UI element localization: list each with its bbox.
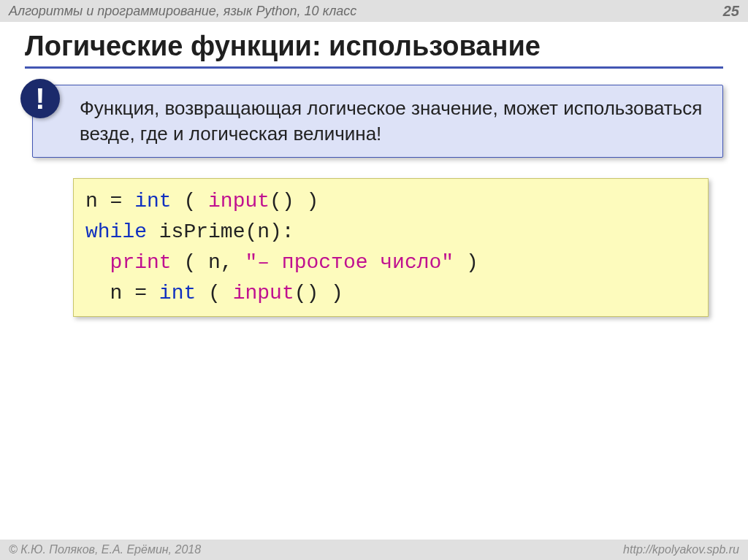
code-text: () ) [294,282,343,304]
code-func-input: input [208,190,270,212]
page-number: 25 [723,3,739,20]
code-func-input: input [233,282,294,304]
slide-title: Логические функции: использование [25,31,723,69]
code-string: "– простое число" [245,251,454,274]
footer-copyright: © К.Ю. Поляков, Е.А. Ерёмин, 2018 [9,543,201,556]
code-keyword-int: int [134,190,171,212]
code-func-print: print [110,251,172,274]
code-indent [85,251,110,274]
code-text: isPrime(n): [147,220,294,243]
footer: © К.Ю. Поляков, Е.А. Ерёмин, 2018 http:/… [0,540,748,560]
code-text: ( n, [172,251,245,274]
footer-url: http://kpolyakov.spb.ru [623,543,739,556]
code-keyword-while: while [85,220,147,243]
callout-text: Функция, возвращающая логическое значени… [32,85,723,158]
top-bar: Алгоритмы и программирование, язык Pytho… [0,0,748,22]
code-text: ) [454,251,478,274]
code-text: n = [85,190,134,212]
code-block: n = int ( input() ) while isPrime(n): pr… [73,178,709,317]
slide: Алгоритмы и программирование, язык Pytho… [0,0,748,560]
code-text: ( [196,282,232,304]
code-indent: n = [85,282,159,304]
code-keyword-int: int [159,282,196,304]
course-label: Алгоритмы и программирование, язык Pytho… [9,4,356,19]
code-text: ( [172,190,208,212]
code-text: () ) [270,190,318,212]
exclamation-icon: ! [20,79,60,118]
callout: ! Функция, возвращающая логическое значе… [25,85,723,158]
exclamation-icon-label: ! [35,83,45,115]
